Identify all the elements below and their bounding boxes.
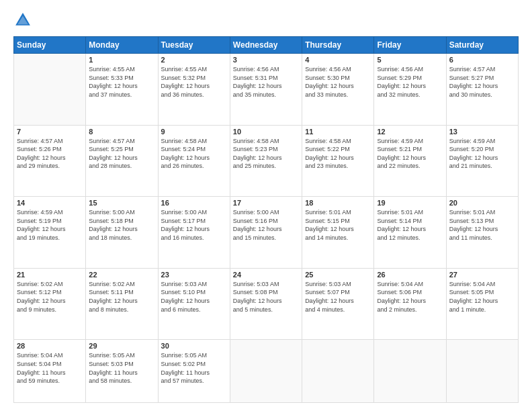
weekday-header: Thursday bbox=[302, 37, 374, 54]
day-number: 20 bbox=[449, 199, 515, 207]
day-number: 3 bbox=[233, 56, 299, 64]
day-number: 7 bbox=[17, 128, 83, 136]
day-info: Sunrise: 4:59 AM Sunset: 5:20 PM Dayligh… bbox=[449, 137, 515, 171]
logo bbox=[13, 11, 35, 30]
day-info: Sunrise: 4:57 AM Sunset: 5:27 PM Dayligh… bbox=[449, 65, 515, 99]
calendar-cell: 26Sunrise: 5:04 AM Sunset: 5:06 PM Dayli… bbox=[374, 268, 446, 340]
day-number: 13 bbox=[449, 128, 515, 136]
day-number: 12 bbox=[377, 128, 443, 136]
day-number: 1 bbox=[89, 56, 154, 64]
day-info: Sunrise: 5:04 AM Sunset: 5:04 PM Dayligh… bbox=[17, 351, 83, 385]
day-number: 19 bbox=[377, 199, 443, 207]
calendar-cell bbox=[446, 340, 518, 403]
calendar-cell bbox=[230, 340, 302, 403]
day-number: 11 bbox=[305, 128, 371, 136]
day-number: 8 bbox=[89, 128, 154, 136]
day-info: Sunrise: 5:02 AM Sunset: 5:11 PM Dayligh… bbox=[89, 280, 154, 314]
day-info: Sunrise: 4:56 AM Sunset: 5:29 PM Dayligh… bbox=[377, 65, 443, 99]
calendar-cell: 15Sunrise: 5:00 AM Sunset: 5:18 PM Dayli… bbox=[86, 197, 158, 269]
day-number: 29 bbox=[89, 342, 154, 350]
calendar-cell: 27Sunrise: 5:04 AM Sunset: 5:05 PM Dayli… bbox=[446, 268, 518, 340]
logo-icon bbox=[13, 11, 32, 30]
day-info: Sunrise: 4:56 AM Sunset: 5:30 PM Dayligh… bbox=[305, 65, 371, 99]
day-info: Sunrise: 5:04 AM Sunset: 5:05 PM Dayligh… bbox=[449, 280, 515, 314]
calendar-cell: 4Sunrise: 4:56 AM Sunset: 5:30 PM Daylig… bbox=[302, 54, 374, 126]
day-info: Sunrise: 4:55 AM Sunset: 5:33 PM Dayligh… bbox=[89, 65, 154, 99]
day-info: Sunrise: 4:56 AM Sunset: 5:31 PM Dayligh… bbox=[233, 65, 299, 99]
calendar-body: 1Sunrise: 4:55 AM Sunset: 5:33 PM Daylig… bbox=[14, 54, 519, 403]
weekday-header: Sunday bbox=[14, 37, 86, 54]
day-number: 30 bbox=[161, 342, 227, 350]
day-info: Sunrise: 5:01 AM Sunset: 5:14 PM Dayligh… bbox=[377, 208, 443, 242]
calendar-cell: 3Sunrise: 4:56 AM Sunset: 5:31 PM Daylig… bbox=[230, 54, 302, 126]
calendar-cell: 14Sunrise: 4:59 AM Sunset: 5:19 PM Dayli… bbox=[14, 197, 86, 269]
day-info: Sunrise: 5:01 AM Sunset: 5:13 PM Dayligh… bbox=[449, 208, 515, 242]
weekday-header: Monday bbox=[86, 37, 158, 54]
day-number: 24 bbox=[233, 271, 299, 279]
calendar-cell: 23Sunrise: 5:03 AM Sunset: 5:10 PM Dayli… bbox=[158, 268, 230, 340]
day-info: Sunrise: 5:02 AM Sunset: 5:12 PM Dayligh… bbox=[17, 280, 83, 314]
day-number: 17 bbox=[233, 199, 299, 207]
day-info: Sunrise: 4:58 AM Sunset: 5:22 PM Dayligh… bbox=[305, 137, 371, 171]
calendar-cell: 24Sunrise: 5:03 AM Sunset: 5:08 PM Dayli… bbox=[230, 268, 302, 340]
day-info: Sunrise: 5:00 AM Sunset: 5:16 PM Dayligh… bbox=[233, 208, 299, 242]
day-number: 25 bbox=[305, 271, 371, 279]
day-info: Sunrise: 5:05 AM Sunset: 5:03 PM Dayligh… bbox=[89, 351, 154, 385]
day-number: 16 bbox=[161, 199, 227, 207]
day-number: 21 bbox=[17, 271, 83, 279]
calendar-cell: 18Sunrise: 5:01 AM Sunset: 5:15 PM Dayli… bbox=[302, 197, 374, 269]
calendar-week-row: 21Sunrise: 5:02 AM Sunset: 5:12 PM Dayli… bbox=[14, 268, 519, 340]
calendar-cell bbox=[302, 340, 374, 403]
calendar-cell: 21Sunrise: 5:02 AM Sunset: 5:12 PM Dayli… bbox=[14, 268, 86, 340]
weekday-header: Friday bbox=[374, 37, 446, 54]
day-info: Sunrise: 5:04 AM Sunset: 5:06 PM Dayligh… bbox=[377, 280, 443, 314]
calendar-cell: 1Sunrise: 4:55 AM Sunset: 5:33 PM Daylig… bbox=[86, 54, 158, 126]
calendar-cell: 9Sunrise: 4:58 AM Sunset: 5:24 PM Daylig… bbox=[158, 125, 230, 197]
day-info: Sunrise: 4:55 AM Sunset: 5:32 PM Dayligh… bbox=[161, 65, 227, 99]
calendar-cell: 13Sunrise: 4:59 AM Sunset: 5:20 PM Dayli… bbox=[446, 125, 518, 197]
calendar-cell bbox=[374, 340, 446, 403]
calendar-cell: 17Sunrise: 5:00 AM Sunset: 5:16 PM Dayli… bbox=[230, 197, 302, 269]
calendar-header: SundayMondayTuesdayWednesdayThursdayFrid… bbox=[14, 37, 519, 54]
day-number: 14 bbox=[17, 199, 83, 207]
calendar-week-row: 14Sunrise: 4:59 AM Sunset: 5:19 PM Dayli… bbox=[14, 197, 519, 269]
day-info: Sunrise: 5:05 AM Sunset: 5:02 PM Dayligh… bbox=[161, 351, 227, 385]
day-info: Sunrise: 4:58 AM Sunset: 5:24 PM Dayligh… bbox=[161, 137, 227, 171]
calendar-cell bbox=[14, 54, 86, 126]
calendar-cell: 30Sunrise: 5:05 AM Sunset: 5:02 PM Dayli… bbox=[158, 340, 230, 403]
day-info: Sunrise: 4:59 AM Sunset: 5:19 PM Dayligh… bbox=[17, 208, 83, 242]
day-number: 23 bbox=[161, 271, 227, 279]
calendar-cell: 20Sunrise: 5:01 AM Sunset: 5:13 PM Dayli… bbox=[446, 197, 518, 269]
weekday-row: SundayMondayTuesdayWednesdayThursdayFrid… bbox=[14, 37, 519, 54]
calendar-cell: 8Sunrise: 4:57 AM Sunset: 5:25 PM Daylig… bbox=[86, 125, 158, 197]
day-number: 4 bbox=[305, 56, 371, 64]
day-number: 18 bbox=[305, 199, 371, 207]
day-info: Sunrise: 5:03 AM Sunset: 5:08 PM Dayligh… bbox=[233, 280, 299, 314]
calendar-cell: 6Sunrise: 4:57 AM Sunset: 5:27 PM Daylig… bbox=[446, 54, 518, 126]
calendar-cell: 12Sunrise: 4:59 AM Sunset: 5:21 PM Dayli… bbox=[374, 125, 446, 197]
day-info: Sunrise: 4:58 AM Sunset: 5:23 PM Dayligh… bbox=[233, 137, 299, 171]
calendar-cell: 10Sunrise: 4:58 AM Sunset: 5:23 PM Dayli… bbox=[230, 125, 302, 197]
day-number: 22 bbox=[89, 271, 154, 279]
day-number: 5 bbox=[377, 56, 443, 64]
calendar-week-row: 28Sunrise: 5:04 AM Sunset: 5:04 PM Dayli… bbox=[14, 340, 519, 403]
day-info: Sunrise: 4:57 AM Sunset: 5:25 PM Dayligh… bbox=[89, 137, 154, 171]
calendar-cell: 11Sunrise: 4:58 AM Sunset: 5:22 PM Dayli… bbox=[302, 125, 374, 197]
calendar-cell: 16Sunrise: 5:00 AM Sunset: 5:17 PM Dayli… bbox=[158, 197, 230, 269]
weekday-header: Wednesday bbox=[230, 37, 302, 54]
calendar-cell: 2Sunrise: 4:55 AM Sunset: 5:32 PM Daylig… bbox=[158, 54, 230, 126]
day-number: 15 bbox=[89, 199, 154, 207]
day-number: 27 bbox=[449, 271, 515, 279]
day-number: 9 bbox=[161, 128, 227, 136]
calendar-cell: 25Sunrise: 5:03 AM Sunset: 5:07 PM Dayli… bbox=[302, 268, 374, 340]
calendar-cell: 7Sunrise: 4:57 AM Sunset: 5:26 PM Daylig… bbox=[14, 125, 86, 197]
day-info: Sunrise: 5:01 AM Sunset: 5:15 PM Dayligh… bbox=[305, 208, 371, 242]
day-number: 2 bbox=[161, 56, 227, 64]
day-info: Sunrise: 5:03 AM Sunset: 5:07 PM Dayligh… bbox=[305, 280, 371, 314]
calendar-cell: 29Sunrise: 5:05 AM Sunset: 5:03 PM Dayli… bbox=[86, 340, 158, 403]
calendar-cell: 19Sunrise: 5:01 AM Sunset: 5:14 PM Dayli… bbox=[374, 197, 446, 269]
page: SundayMondayTuesdayWednesdayThursdayFrid… bbox=[0, 0, 532, 411]
day-info: Sunrise: 5:00 AM Sunset: 5:18 PM Dayligh… bbox=[89, 208, 154, 242]
day-number: 10 bbox=[233, 128, 299, 136]
day-number: 6 bbox=[449, 56, 515, 64]
